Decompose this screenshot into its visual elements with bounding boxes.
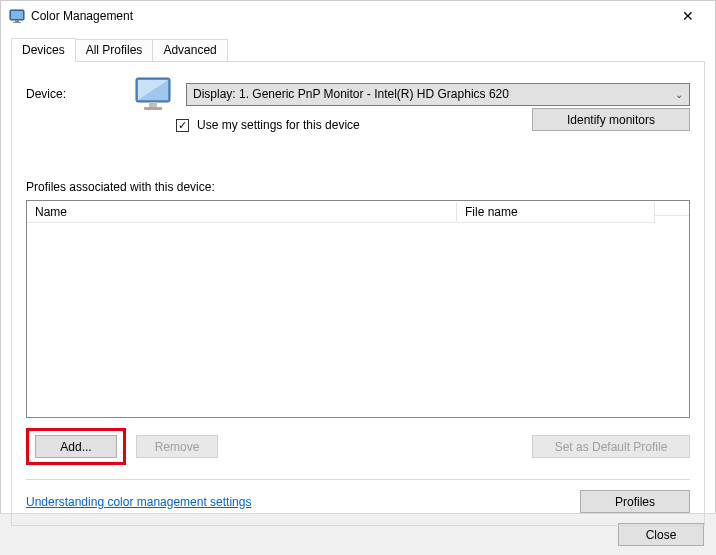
identify-monitors-button[interactable]: Identify monitors — [532, 108, 690, 131]
use-settings-label: Use my settings for this device — [197, 118, 360, 132]
device-dropdown[interactable]: Display: 1. Generic PnP Monitor - Intel(… — [186, 83, 690, 106]
svg-rect-6 — [149, 102, 157, 107]
button-label: Set as Default Profile — [555, 440, 668, 454]
svg-rect-2 — [15, 20, 19, 22]
window-title: Color Management — [31, 9, 133, 23]
profiles-listview[interactable]: Name File name — [26, 200, 690, 418]
close-icon: ✕ — [682, 8, 694, 24]
device-row: Device: Display: 1. Generic PnP Monitor … — [26, 76, 690, 112]
button-label: Profiles — [615, 495, 655, 509]
profiles-button[interactable]: Profiles — [580, 490, 690, 513]
tab-panel-devices: Device: Display: 1. Generic PnP Monitor … — [11, 61, 705, 526]
tab-label: All Profiles — [86, 43, 143, 57]
device-dropdown-value: Display: 1. Generic PnP Monitor - Intel(… — [193, 87, 509, 101]
button-label: Add... — [60, 440, 91, 454]
app-icon — [9, 8, 25, 24]
add-button-highlight: Add... — [26, 428, 126, 465]
device-label: Device: — [26, 87, 122, 101]
column-label: Name — [35, 205, 67, 219]
chevron-down-icon: ⌄ — [675, 89, 683, 100]
close-dialog-button[interactable]: Close — [618, 523, 704, 546]
profiles-section-label: Profiles associated with this device: — [26, 180, 690, 194]
profile-buttons-row: Add... Remove Set as Default Profile — [26, 428, 690, 465]
add-button[interactable]: Add... — [35, 435, 117, 458]
link-label: Understanding color management settings — [26, 495, 251, 509]
svg-rect-3 — [13, 22, 21, 23]
separator — [26, 479, 690, 480]
button-label: Identify monitors — [567, 113, 655, 127]
svg-rect-1 — [11, 11, 23, 19]
tab-all-profiles[interactable]: All Profiles — [75, 39, 154, 62]
column-header-file[interactable]: File name — [457, 202, 655, 223]
tab-advanced[interactable]: Advanced — [152, 39, 227, 62]
tab-strip: Devices All Profiles Advanced — [11, 37, 705, 61]
listview-header: Name File name — [27, 201, 689, 224]
svg-rect-7 — [144, 107, 162, 110]
tab-label: Devices — [22, 43, 65, 57]
column-header-spacer — [655, 209, 689, 216]
footer-row: Understanding color management settings … — [26, 490, 690, 513]
column-label: File name — [465, 205, 518, 219]
title-bar: Color Management ✕ — [1, 1, 715, 31]
tab-devices[interactable]: Devices — [11, 38, 76, 62]
remove-button: Remove — [136, 435, 218, 458]
column-header-name[interactable]: Name — [27, 202, 457, 223]
tab-label: Advanced — [163, 43, 216, 57]
button-label: Remove — [155, 440, 200, 454]
use-settings-checkbox[interactable]: ✓ — [176, 119, 189, 132]
button-label: Close — [646, 528, 677, 542]
client-area: Devices All Profiles Advanced Device: Di… — [1, 31, 715, 526]
close-button[interactable]: ✕ — [665, 1, 711, 31]
understanding-link[interactable]: Understanding color management settings — [26, 495, 251, 509]
set-default-button: Set as Default Profile — [532, 435, 690, 458]
monitor-icon — [134, 76, 174, 112]
